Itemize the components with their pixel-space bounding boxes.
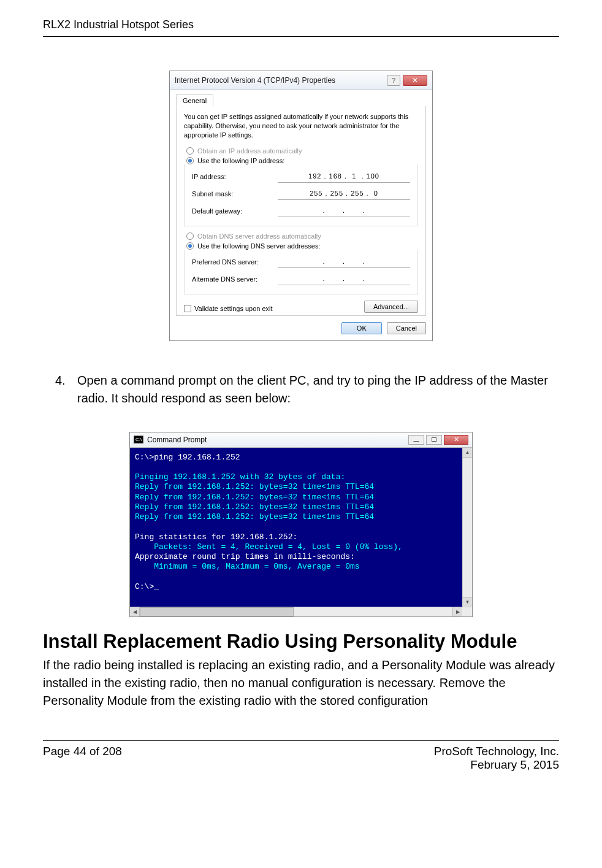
label-default-gateway: Default gateway: <box>192 207 278 215</box>
cmd-body: C:\>ping 192.168.1.252 Pinging 192.168.1… <box>130 448 472 607</box>
radio-use-ip[interactable]: Use the following IP address: <box>184 157 418 164</box>
scroll-right-arrow-icon[interactable]: ▶ <box>452 607 462 616</box>
ok-button[interactable]: OK <box>341 322 382 334</box>
radio-icon <box>186 232 194 240</box>
radio-obtain-dns: Obtain DNS server address automatically <box>184 232 418 240</box>
radio-use-ip-label: Use the following IP address: <box>197 157 284 164</box>
radio-icon <box>186 157 194 164</box>
step-text: Open a command prompt on the client PC, … <box>77 372 559 407</box>
help-button[interactable]: ? <box>387 75 400 86</box>
command-prompt-window: C:\ Command Prompt — ✕ C:\>ping 192.168.… <box>129 432 473 618</box>
scroll-up-arrow-icon[interactable]: ▲ <box>463 448 472 458</box>
radio-use-dns-label: Use the following DNS server addresses: <box>197 242 321 250</box>
close-button[interactable]: ✕ <box>444 435 468 445</box>
radio-obtain-ip[interactable]: Obtain an IP address automatically <box>184 147 418 155</box>
cancel-button[interactable]: Cancel <box>387 322 426 334</box>
scroll-down-arrow-icon[interactable]: ▼ <box>463 597 472 607</box>
close-button[interactable]: ✕ <box>403 75 427 86</box>
cmd-icon: C:\ <box>134 436 143 444</box>
input-default-gateway[interactable] <box>278 205 410 217</box>
scroll-thumb[interactable] <box>140 607 294 616</box>
footer-company: ProSoft Technology, Inc. <box>434 745 559 758</box>
maximize-button[interactable] <box>426 435 442 445</box>
section-body: If the radio being installed is replacin… <box>43 656 559 710</box>
checkbox-validate-label: Validate settings upon exit <box>194 305 273 312</box>
label-alternate-dns: Alternate DNS server: <box>192 275 278 283</box>
step-4: 4. Open a command prompt on the client P… <box>43 372 559 407</box>
tab-general[interactable]: General <box>176 94 213 107</box>
section-heading: Install Replacement Radio Using Personal… <box>43 631 559 653</box>
cmd-title: Command Prompt <box>147 436 207 444</box>
scrollbar-horizontal[interactable]: ◀ ▶ <box>130 607 472 616</box>
step-number: 4. <box>55 372 77 407</box>
page-header-title: RLX2 Industrial Hotspot Series <box>43 18 559 31</box>
scroll-left-arrow-icon[interactable]: ◀ <box>130 607 140 616</box>
footer-divider <box>43 740 559 741</box>
header-divider <box>43 36 559 37</box>
scroll-corner <box>462 607 472 616</box>
scrollbar-vertical[interactable]: ▲ ▼ <box>462 448 472 607</box>
dialog-description: You can get IP settings assigned automat… <box>184 112 418 140</box>
input-preferred-dns[interactable] <box>278 256 410 268</box>
checkbox-validate-on-exit[interactable]: Validate settings upon exit <box>184 305 273 312</box>
radio-use-dns[interactable]: Use the following DNS server addresses: <box>184 242 418 250</box>
dialog-titlebar: Internet Protocol Version 4 (TCP/IPv4) P… <box>170 71 432 90</box>
advanced-button[interactable]: Advanced... <box>364 301 418 313</box>
input-subnet-mask[interactable] <box>278 188 410 200</box>
label-preferred-dns: Preferred DNS server: <box>192 258 278 266</box>
radio-icon <box>186 242 194 250</box>
radio-obtain-dns-label: Obtain DNS server address automatically <box>197 232 321 240</box>
page-footer: Page 44 of 208 ProSoft Technology, Inc. … <box>43 745 559 772</box>
cmd-output: C:\>ping 192.168.1.252 Pinging 192.168.1… <box>135 453 467 602</box>
minimize-button[interactable]: — <box>408 435 424 445</box>
dialog-title: Internet Protocol Version 4 (TCP/IPv4) P… <box>175 76 335 85</box>
footer-page-number: Page 44 of 208 <box>43 745 122 772</box>
checkbox-icon <box>184 305 191 312</box>
footer-date: February 5, 2015 <box>434 758 559 772</box>
ipv4-properties-dialog: Internet Protocol Version 4 (TCP/IPv4) P… <box>169 71 433 341</box>
label-subnet-mask: Subnet mask: <box>192 190 278 198</box>
label-ip-address: IP address: <box>192 173 278 180</box>
cmd-titlebar: C:\ Command Prompt — ✕ <box>130 432 472 448</box>
input-ip-address[interactable] <box>278 171 410 183</box>
radio-obtain-ip-label: Obtain an IP address automatically <box>197 147 302 155</box>
input-alternate-dns[interactable] <box>278 273 410 285</box>
radio-icon <box>186 147 194 155</box>
